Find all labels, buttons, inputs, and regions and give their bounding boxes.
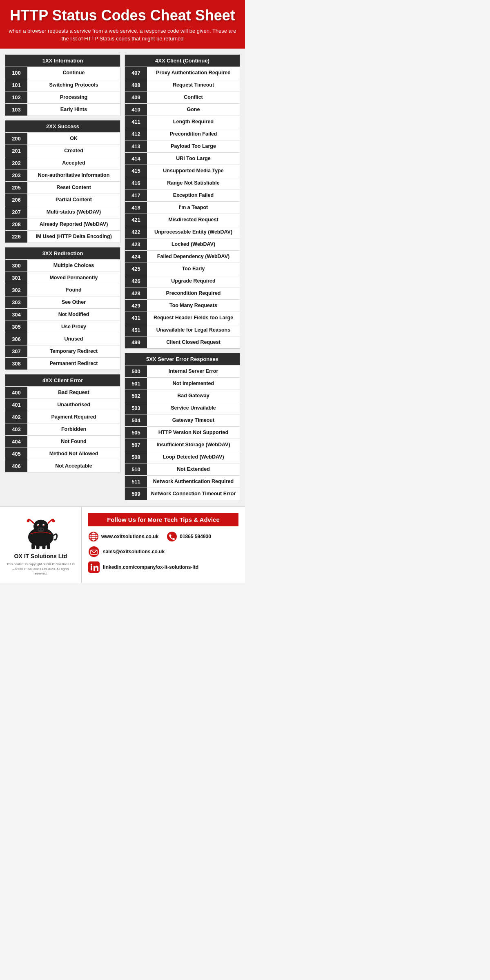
status-code: 413 (125, 140, 147, 152)
table-row: 416 Range Not Satisfiable (125, 177, 240, 189)
table-row: 412 Precondition Failed (125, 128, 240, 140)
status-desc: Request Timeout (147, 79, 240, 91)
table-row: 413 Payload Too Large (125, 140, 240, 152)
status-desc: Service Unvailable (147, 402, 240, 414)
table-row: 505 HTTP Version Not Supported (125, 426, 240, 439)
status-desc: Not Modified (27, 309, 120, 321)
table-row: 208 Already Reported (WebDAV) (5, 218, 120, 230)
table-row: 426 Upgrade Required (125, 275, 240, 287)
status-code: 504 (125, 414, 147, 426)
table-row: 499 Client Closed Request (125, 336, 240, 348)
table-2xx-header: 2XX Success (5, 120, 120, 132)
table-row: 205 Reset Content (5, 181, 120, 194)
status-code: 410 (125, 104, 147, 116)
table-row: 424 Failed Dependency (WebDAV) (125, 250, 240, 263)
table-row: 400 Bad Request (5, 386, 120, 399)
status-desc: Multi-status (WebDAV) (27, 206, 120, 218)
status-code: 208 (5, 218, 27, 230)
status-desc: Client Closed Request (147, 336, 240, 348)
status-code: 502 (125, 390, 147, 402)
status-desc: Temporary Redirect (27, 345, 120, 357)
status-code: 306 (5, 333, 27, 345)
status-code: 402 (5, 411, 27, 423)
table-row: 415 Unsupported Media Type (125, 165, 240, 177)
contact-email[interactable]: sales@oxitsolutions.co.uk (88, 546, 238, 557)
table-row: 431 Request Header Fields too Large (125, 312, 240, 324)
status-code: 426 (125, 275, 147, 287)
status-desc: Payment Required (27, 411, 120, 423)
table-row: 200 OK (5, 132, 120, 145)
status-code: 404 (5, 436, 27, 448)
svg-rect-14 (47, 544, 50, 549)
svg-point-7 (43, 525, 44, 526)
status-desc: Internal Server Error (147, 365, 240, 377)
table-row: 500 Internal Server Error (125, 365, 240, 377)
phone-icon (167, 531, 177, 542)
table-row: 503 Service Unvailable (125, 402, 240, 414)
table-row: 405 Method Not Allowed (5, 448, 120, 460)
contact-linkedin[interactable]: linkedin.com/company/ox-it-solutions-ltd (88, 561, 238, 573)
status-desc: Created (27, 145, 120, 157)
table-row: 511 Network Authentication Required (125, 475, 240, 488)
status-code: 429 (125, 300, 147, 312)
email-icon (88, 546, 100, 557)
status-code: 407 (125, 67, 147, 79)
status-code: 226 (5, 231, 27, 243)
status-code: 102 (5, 91, 27, 103)
status-code: 307 (5, 345, 27, 357)
right-column: 4XX Client (Continue) 407 Proxy Authenti… (125, 54, 240, 500)
status-desc: Not Extended (147, 463, 240, 475)
table-5xx-header: 5XX Server Error Responses (125, 353, 240, 365)
status-code: 415 (125, 165, 147, 177)
status-desc: Unprocessable Entity (WebDAV) (147, 226, 240, 238)
status-code: 406 (5, 460, 27, 472)
status-desc: Precondition Required (147, 287, 240, 299)
status-code: 417 (125, 189, 147, 201)
status-code: 411 (125, 116, 147, 128)
table-5xx: 5XX Server Error Responses 500 Internal … (125, 353, 240, 500)
status-code: 431 (125, 312, 147, 324)
contact-row-website-phone: www.oxitsolutions.co.uk 01865 594930 (88, 531, 238, 542)
table-row: 403 Forbidden (5, 423, 120, 435)
table-row: 300 Multiple Choices (5, 259, 120, 272)
contact-website[interactable]: www.oxitsolutions.co.uk (88, 531, 158, 542)
status-desc: Bad Request (27, 387, 120, 399)
status-desc: Gone (147, 104, 240, 116)
status-desc: Accepted (27, 157, 120, 169)
status-code: 451 (125, 324, 147, 336)
status-desc: Unauthorised (27, 399, 120, 411)
table-row: 411 Length Required (125, 116, 240, 128)
status-desc: Loop Detected (WebDAV) (147, 451, 240, 463)
status-code: 308 (5, 358, 27, 370)
status-code: 200 (5, 133, 27, 145)
status-code: 511 (125, 476, 147, 488)
main-content: 1XX Information 100 Continue 101 Switchi… (0, 49, 245, 506)
table-row: 301 Moved Permanently (5, 272, 120, 284)
table-row: 306 Unused (5, 333, 120, 345)
svg-rect-11 (31, 544, 35, 549)
svg-point-20 (167, 532, 177, 541)
status-desc: Bad Gateway (147, 390, 240, 402)
table-row: 226 IM Used (HTTP Delta Encoding) (5, 230, 120, 243)
svg-rect-24 (91, 566, 92, 570)
status-desc: Insufficient Storage (WebDAV) (147, 439, 240, 451)
status-code: 304 (5, 309, 27, 321)
table-2xx: 2XX Success 200 OK 201 Created 202 Accep… (5, 120, 120, 243)
status-desc: Not Acceptable (27, 460, 120, 472)
table-row: 406 Not Acceptable (5, 460, 120, 472)
status-code: 301 (5, 272, 27, 284)
status-desc: Upgrade Required (147, 275, 240, 287)
page-title: HTTP Status Codes Cheat Sheet (8, 7, 237, 24)
status-code: 400 (5, 387, 27, 399)
status-desc: Length Required (147, 116, 240, 128)
table-row: 599 Network Connection Timeout Error (125, 488, 240, 500)
table-row: 206 Partial Content (5, 194, 120, 206)
table-1xx-header: 1XX Information (5, 55, 120, 67)
table-row: 410 Gone (125, 103, 240, 116)
status-desc: Precondition Failed (147, 128, 240, 140)
contact-phone[interactable]: 01865 594930 (167, 531, 211, 542)
status-code: 503 (125, 402, 147, 414)
table-4xx-header: 4XX Client Error (5, 374, 120, 386)
table-row: 507 Insufficient Storage (WebDAV) (125, 439, 240, 451)
phone-text: 01865 594930 (180, 534, 211, 539)
